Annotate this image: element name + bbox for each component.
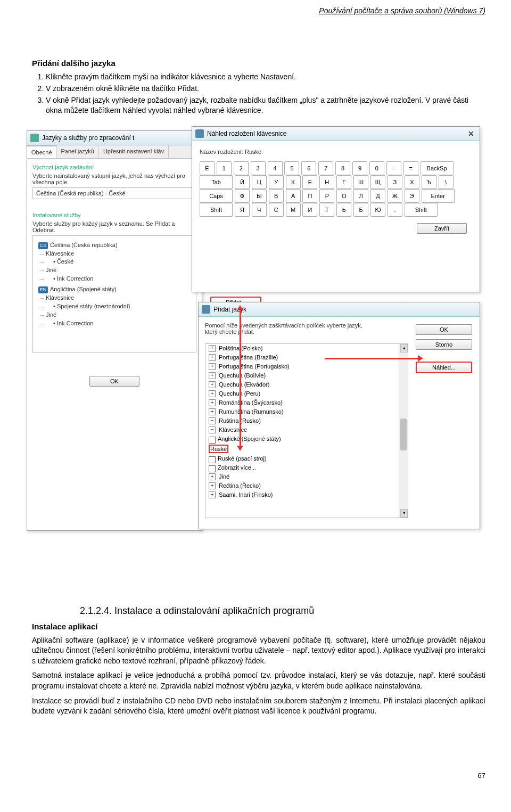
install-apps-heading: Instalace aplikací — [32, 622, 485, 631]
language-list-item[interactable]: +Quechua (Ekvádor) — [205, 380, 408, 389]
expand-icon[interactable]: + — [209, 482, 216, 489]
keyboard-key: М — [286, 203, 301, 217]
language-list-item[interactable]: +Řečtina (Řecko) — [205, 481, 408, 490]
checkbox[interactable] — [209, 465, 216, 472]
arrow-down-head — [237, 446, 243, 451]
paragraph-1: Aplikační software (aplikace) je v infor… — [32, 635, 485, 667]
tree-cs-label: Čeština (Česká republika) — [50, 242, 118, 248]
expand-icon[interactable]: + — [209, 390, 216, 397]
keyboard-layout-icon — [195, 129, 204, 138]
keyboard-key: Х — [405, 175, 419, 189]
language-list-item[interactable]: +Polština (Polsko) — [205, 344, 408, 353]
expand-icon[interactable]: + — [209, 399, 216, 406]
installed-services-tree[interactable]: CSČeština (Česká republika) Klávesnice •… — [32, 235, 196, 352]
langwin-ok-button[interactable]: OK — [89, 376, 139, 387]
keyboard-key: 5 — [284, 161, 299, 175]
globe-icon — [30, 134, 39, 142]
checkbox[interactable] — [209, 456, 216, 463]
keyboard-key: Г — [336, 175, 351, 189]
language-list-item[interactable]: +Quechua (Bolívie) — [205, 371, 408, 380]
language-list-item[interactable]: Zobrazit více... — [205, 463, 408, 472]
expand-icon[interactable]: − — [209, 426, 216, 433]
keyboard-key: 8 — [335, 161, 350, 175]
paragraph-2: Samotná instalace aplikací je velice jed… — [32, 670, 485, 691]
scroll-thumb[interactable] — [400, 419, 407, 450]
keyboard-grid: Ë 1 2 3 4 5 6 7 8 9 0 - = BackSp Tab Й Ц… — [200, 161, 472, 217]
steps-list: Klikněte pravým tlačítkem myši na indiká… — [46, 72, 485, 116]
keyboard-key: Ж — [388, 189, 402, 203]
arrow-right-head — [418, 355, 423, 362]
language-list-item[interactable]: Ruské (psací stroj) — [205, 454, 408, 463]
language-list-item[interactable]: +Románština (Švýcarsko) — [205, 398, 408, 407]
tree-cs-ink: • Ink Correction — [38, 275, 191, 283]
keyboard-key: И — [302, 203, 317, 217]
language-list-item[interactable]: Anglické (Spojené státy) — [205, 434, 408, 444]
step-1: Klikněte pravým tlačítkem myši na indiká… — [46, 72, 485, 82]
keyboard-key: . — [388, 203, 402, 217]
language-list-item[interactable]: +Rumunština (Rumunsko) — [205, 407, 408, 416]
default-lang-desc: Vyberte nainstalovaný vstupní jazyk, jeh… — [32, 173, 196, 185]
checkbox[interactable] — [209, 437, 216, 444]
expand-icon[interactable]: + — [209, 372, 216, 379]
keyboard-key: Ю — [370, 203, 385, 217]
tree-cs-kbd: Klávesnice — [38, 250, 191, 258]
language-list-item[interactable]: −Klávesnice — [205, 425, 408, 434]
keyboard-key: Б — [353, 203, 368, 217]
addwin-preview-button[interactable]: Náhled... — [416, 362, 472, 373]
scroll-up-arrow[interactable]: ▴ — [400, 344, 408, 352]
keyboard-key: - — [386, 161, 401, 175]
expand-icon[interactable]: − — [209, 417, 216, 424]
badge-cs: CS — [38, 242, 48, 249]
page-number: 67 — [478, 772, 485, 780]
step-3: V okně Přidat jazyk vyhledejte požadovan… — [46, 95, 485, 116]
tab-general[interactable]: Obecné — [27, 145, 57, 158]
keyboard-preview-window: Náhled rozložení klávesnice ✕ Název rozl… — [192, 126, 480, 292]
expand-icon[interactable]: + — [209, 491, 216, 498]
expand-icon[interactable]: + — [209, 408, 216, 415]
default-lang-select[interactable]: Čeština (Česká republika) - České — [32, 187, 196, 199]
language-list-item[interactable]: +Saami, Inari (Finsko) — [205, 490, 408, 499]
keyboard-key: П — [302, 189, 317, 203]
expand-icon[interactable]: + — [209, 345, 216, 352]
scrollbar[interactable]: ▴ ▾ — [399, 344, 408, 518]
expand-icon[interactable]: + — [209, 354, 216, 361]
tab-advanced[interactable]: Upřesnit nastavení kláv — [99, 145, 169, 158]
language-list-item[interactable]: Ruské — [205, 444, 408, 454]
keyboard-key: Э — [405, 189, 419, 203]
tree-cs-item: • České — [38, 258, 191, 266]
list-item-label: Quechua (Ekvádor) — [219, 381, 269, 388]
list-item-label: Románština (Švýcarsko) — [219, 399, 283, 406]
language-listbox[interactable]: +Polština (Polsko)+Portugalština (Brazíl… — [205, 343, 408, 518]
expand-icon[interactable]: + — [209, 381, 216, 388]
list-item-label: Anglické (Spojené státy) — [218, 436, 281, 442]
scroll-down-arrow[interactable]: ▾ — [400, 509, 408, 518]
keyboard-key: 0 — [369, 161, 384, 175]
kbwin-titlebar: Náhled rozložení klávesnice ✕ — [192, 127, 480, 141]
tree-en-kbd: Klávesnice — [38, 294, 191, 302]
tab-language-bar[interactable]: Panel jazyků — [57, 145, 99, 158]
addwin-ok-button[interactable]: OK — [416, 324, 472, 335]
expand-icon[interactable]: + — [209, 473, 216, 480]
kbwin-close-button[interactable]: Zavřít — [417, 223, 467, 234]
list-item-label: Zobrazit více... — [218, 464, 256, 471]
default-lang-heading: Výchozí jazyk zadávání — [32, 164, 196, 170]
list-item-label: Rumunština (Rumunsko) — [219, 408, 284, 415]
badge-en: EN — [38, 286, 48, 293]
keyboard-key: Shift — [200, 203, 233, 217]
langwin-tabs: Obecné Panel jazyků Upřesnit nastavení k… — [27, 145, 202, 159]
language-list-item[interactable]: +Portugalština (Portugalsko) — [205, 362, 408, 371]
keyboard-key: 3 — [251, 161, 266, 175]
close-icon[interactable]: ✕ — [466, 129, 476, 138]
keyboard-key: Ë — [200, 161, 215, 175]
tree-en-jine: Jiné — [38, 311, 191, 319]
language-list-item[interactable]: −Ruština (Rusko) — [205, 416, 408, 425]
language-list-item[interactable]: +Quechua (Peru) — [205, 389, 408, 398]
tree-en-item: • Spojené státy (mezinárodní) — [38, 302, 191, 311]
keyboard-key: 6 — [301, 161, 316, 175]
keyboard-key: Ш — [353, 175, 368, 189]
expand-icon[interactable]: + — [209, 363, 216, 370]
addwin-cancel-button[interactable]: Storno — [416, 339, 472, 350]
keyboard-key: Ь — [336, 203, 351, 217]
keyboard-key: Й — [235, 175, 250, 189]
language-list-item[interactable]: +Jiné — [205, 472, 408, 481]
